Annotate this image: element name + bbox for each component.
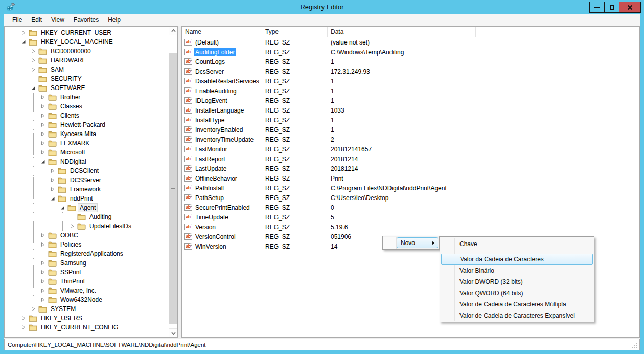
value-name-cell[interactable]: abEnableAuditing: [182, 86, 262, 96]
value-row-InstallerLanguage[interactable]: abInstallerLanguageREG_SZ1033: [182, 105, 639, 115]
expand-arrow-collapsed-icon[interactable]: [50, 168, 56, 174]
tree-item-Policies[interactable]: Policies: [5, 240, 169, 249]
submenu-item-valor-de-cadeia-de-caracteres-m-ltipla[interactable]: Valor de Cadeia de Caracteres Múltipla: [441, 299, 593, 310]
value-name-cell[interactable]: abWinVersion: [182, 241, 262, 251]
value-name-cell[interactable]: abTimeUpdate: [182, 212, 262, 222]
value-name-cell[interactable]: abLastReport: [182, 154, 262, 164]
tree-item-Framework[interactable]: Framework: [5, 185, 169, 194]
value-name-cell[interactable]: abSecurePrintEnabled: [182, 203, 262, 212]
scroll-down-button[interactable]: [169, 328, 177, 337]
menu-help[interactable]: Help: [103, 14, 125, 26]
expand-arrow-collapsed-icon[interactable]: [40, 297, 46, 303]
value-name-cell[interactable]: abCountLogs: [182, 57, 262, 67]
tree-item-RegisteredApplications[interactable]: RegisteredApplications: [5, 249, 169, 258]
submenu-item-chave[interactable]: Chave: [441, 238, 593, 250]
tree-item-Classes[interactable]: Classes: [5, 102, 169, 111]
expand-arrow-collapsed-icon[interactable]: [21, 30, 27, 36]
value-name-cell[interactable]: abLastUpdate: [182, 164, 262, 173]
expand-arrow-collapsed-icon[interactable]: [40, 141, 46, 146]
value-name-cell[interactable]: abInstallerLanguage: [182, 105, 262, 115]
value-name-cell[interactable]: abInstallType: [182, 115, 262, 125]
expand-arrow-collapsed-icon[interactable]: [40, 279, 46, 284]
expand-arrow-expanded-icon[interactable]: [21, 39, 27, 45]
tree-item-HARDWARE[interactable]: HARDWARE: [5, 56, 169, 65]
menu-file[interactable]: File: [8, 14, 27, 26]
value-name-cell[interactable]: abInventoryEnabled: [182, 125, 262, 135]
close-button[interactable]: [619, 2, 641, 13]
value-name-cell[interactable]: abOfflineBehavior: [182, 173, 262, 183]
value-name-cell[interactable]: ab(Default): [182, 37, 262, 47]
tree-item-HKEY_LOCAL_MACHINE[interactable]: HKEY_LOCAL_MACHINE: [5, 37, 169, 47]
tree-item-Clients[interactable]: Clients: [5, 111, 169, 120]
expand-arrow-collapsed-icon[interactable]: [40, 270, 46, 275]
value-row-AuditingFolder[interactable]: abAuditingFolderREG_SZC:\Windows\Temp\Au…: [182, 47, 639, 57]
value-name-cell[interactable]: abDcsServer: [182, 67, 262, 76]
expand-arrow-collapsed-icon[interactable]: [31, 306, 36, 312]
expand-arrow-expanded-icon[interactable]: [31, 85, 36, 91]
value-row-SecurePrintEnabled[interactable]: abSecurePrintEnabledREG_SZ0: [182, 203, 639, 212]
expand-arrow-expanded-icon[interactable]: [40, 159, 46, 165]
panel-splitter[interactable]: [178, 26, 181, 338]
column-header-name[interactable]: Name: [182, 27, 262, 37]
value-name-cell[interactable]: abPathSetup: [182, 193, 262, 203]
value-name-cell[interactable]: abVersion: [182, 222, 262, 232]
column-header-type[interactable]: Type: [262, 27, 328, 37]
menu-favorites[interactable]: Favorites: [69, 14, 103, 26]
value-row-LastUpdate[interactable]: abLastUpdateREG_SZ20181214: [182, 164, 639, 173]
value-row-InventoryTimeUpdate[interactable]: abInventoryTimeUpdateREG_SZ2: [182, 135, 639, 144]
menu-view[interactable]: View: [47, 14, 69, 26]
tree-item-Wow6432Node[interactable]: Wow6432Node: [5, 295, 169, 304]
value-row-DisableRestartServices[interactable]: abDisableRestartServicesREG_SZ1: [182, 76, 639, 86]
submenu-item-valor-da-cadeia-de-caracteres[interactable]: Valor da Cadeia de Caracteres: [441, 254, 593, 265]
expand-arrow-collapsed-icon[interactable]: [40, 95, 46, 100]
tree-item-Brother[interactable]: Brother: [5, 93, 169, 102]
tree-item-Microsoft[interactable]: Microsoft: [5, 148, 169, 157]
value-row-OfflineBehavior[interactable]: abOfflineBehaviorREG_SZPrint: [182, 173, 639, 183]
expand-arrow-collapsed-icon[interactable]: [40, 131, 46, 137]
tree-item-LEXMARK[interactable]: LEXMARK: [5, 139, 169, 148]
minimize-button[interactable]: [589, 2, 605, 13]
tree-item-HKEY_USERS[interactable]: HKEY_USERS: [5, 314, 169, 323]
scrollbar-thumb[interactable]: [169, 53, 177, 324]
value-row-PathSetup[interactable]: abPathSetupREG_SZC:\Users\leo\Desktop: [182, 193, 639, 203]
tree-item-NDDigital[interactable]: NDDigital: [5, 157, 169, 166]
expand-arrow-collapsed-icon[interactable]: [31, 67, 36, 73]
expand-arrow-collapsed-icon[interactable]: [21, 316, 27, 321]
resize-grip-icon[interactable]: [631, 342, 638, 349]
tree-item-SOFTWARE[interactable]: SOFTWARE: [5, 83, 169, 93]
value-name-cell[interactable]: abInventoryTimeUpdate: [182, 135, 262, 144]
value-row-LastReport[interactable]: abLastReportREG_SZ20181214: [182, 154, 639, 164]
tree-item-DCSClient[interactable]: DCSClient: [5, 166, 169, 175]
tree-item-SECURITY[interactable]: SECURITY: [5, 74, 169, 83]
submenu-item-valor-qword-64-bits-[interactable]: Valor QWORD (64 bits): [441, 287, 593, 299]
tree-item-ThinPrint[interactable]: ThinPrint: [5, 277, 169, 286]
submenu-item-valor-de-cadeia-de-caracteres-expans-vel[interactable]: Valor de Cadeia de Caracteres Expansível: [441, 310, 593, 321]
tree-item-Kyocera Mita[interactable]: Kyocera Mita: [5, 129, 169, 139]
value-row-LastMonitor[interactable]: abLastMonitorREG_SZ201812141657: [182, 144, 639, 154]
tree-item-HKEY_CURRENT_CONFIG[interactable]: HKEY_CURRENT_CONFIG: [5, 323, 169, 332]
value-row-CountLogs[interactable]: abCountLogsREG_SZ1: [182, 57, 639, 67]
column-header-data[interactable]: Data: [328, 27, 476, 37]
tree-item-SAM[interactable]: SAM: [5, 65, 169, 74]
expand-arrow-collapsed-icon[interactable]: [40, 113, 46, 119]
expand-arrow-collapsed-icon[interactable]: [31, 49, 36, 54]
expand-arrow-collapsed-icon[interactable]: [40, 233, 46, 238]
expand-arrow-collapsed-icon[interactable]: [70, 224, 75, 229]
value-row-EnableAuditing[interactable]: abEnableAuditingREG_SZ1: [182, 86, 639, 96]
value-name-cell[interactable]: abIDLogEvent: [182, 96, 262, 105]
tree-item-BCD00000000[interactable]: BCD00000000: [5, 47, 169, 56]
tree-item-nddPrint[interactable]: nddPrint: [5, 194, 169, 203]
value-name-cell[interactable]: abPathInstall: [182, 183, 262, 193]
expand-arrow-collapsed-icon[interactable]: [40, 122, 46, 128]
tree-item-SYSTEM[interactable]: SYSTEM: [5, 304, 169, 314]
menu-edit[interactable]: Edit: [27, 14, 47, 26]
value-row-IDLogEvent[interactable]: abIDLogEventREG_SZ1: [182, 96, 639, 105]
expand-arrow-collapsed-icon[interactable]: [21, 325, 27, 330]
tree-item-VMware, Inc.[interactable]: VMware, Inc.: [5, 286, 169, 295]
expand-arrow-collapsed-icon[interactable]: [50, 178, 56, 183]
submenu-item-valor-dword-32-bits-[interactable]: Valor DWORD (32 bits): [441, 276, 593, 287]
tree-item-DCSServer[interactable]: DCSServer: [5, 175, 169, 185]
expand-arrow-collapsed-icon[interactable]: [50, 187, 56, 192]
expand-arrow-collapsed-icon[interactable]: [40, 242, 46, 248]
value-row-Version[interactable]: abVersionREG_SZ5.19.6: [182, 222, 639, 232]
